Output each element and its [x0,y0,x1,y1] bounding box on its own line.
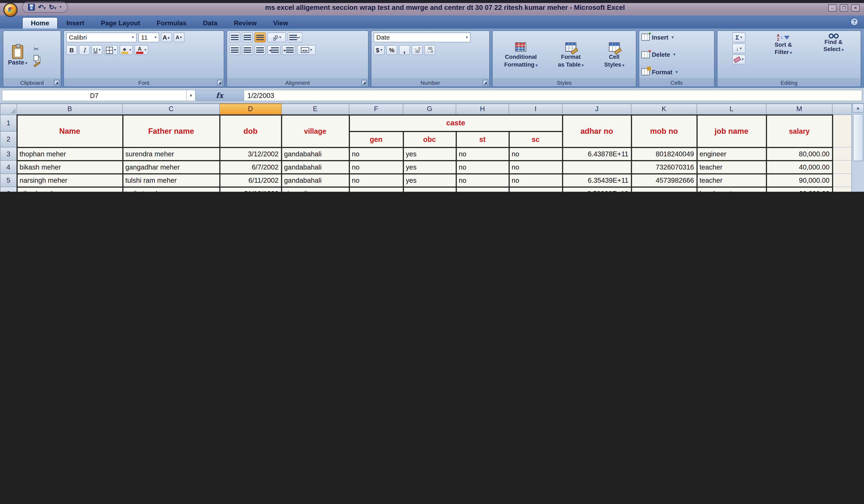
insert-function-button[interactable]: fx [216,91,223,99]
column-header-G[interactable]: G [403,104,456,115]
cell-M6[interactable]: 60,000.00 [766,187,832,192]
cell-B6[interactable]: nikash meher [17,187,122,192]
alignment-dialog-launcher[interactable]: ◢ [361,80,367,85]
header-cell-gen[interactable]: gen [349,131,403,147]
format-as-table-button[interactable]: Formatas Table▾ [554,41,587,68]
increase-decimal-button[interactable]: ←.0.00 [412,45,423,55]
empty-cell[interactable] [832,160,852,173]
decrease-decimal-button[interactable]: .00→.0 [424,45,435,55]
restore-button[interactable]: ❐ [840,4,848,11]
name-box[interactable]: D7 ▼ [2,89,196,101]
align-left-button[interactable] [229,45,240,55]
cell-J5[interactable]: 6.35439E+11 [562,173,631,187]
column-header-E[interactable]: E [281,104,349,115]
header-cell-village[interactable]: village [281,115,349,147]
column-header-F[interactable]: F [349,104,403,115]
align-right-button[interactable] [254,45,266,55]
header-cell-sc[interactable]: sc [509,131,562,147]
empty-cell[interactable] [832,187,852,192]
format-cells-button[interactable]: ▦ Format▾ [641,67,712,77]
cell-F5[interactable]: no [349,173,403,187]
select-all-corner[interactable] [0,104,17,115]
tab-home[interactable]: Home [22,17,58,28]
qat-customize-icon[interactable]: ▾ [60,5,61,9]
cell-M4[interactable]: 40,000.00 [766,160,832,173]
cell-I5[interactable]: no [509,173,562,187]
cut-icon[interactable]: ✂ [34,46,40,53]
cell-K6[interactable] [631,187,697,192]
delete-cells-button[interactable]: × Delete▾ [641,50,712,59]
paste-button[interactable]: Paste▾ [5,44,30,65]
underline-button[interactable]: U▾ [92,45,103,55]
cell-L4[interactable]: teacher [697,160,766,173]
italic-button[interactable]: I [79,45,90,55]
cell-M3[interactable]: 80,000.00 [766,147,832,160]
cell-I3[interactable]: no [509,147,562,160]
wrap-text-button[interactable]: ↵ [288,33,302,42]
tab-review[interactable]: Review [226,17,265,28]
insert-cells-button[interactable]: + Insert▾ [641,33,712,42]
cell-D5[interactable]: 6/11/2002 [219,173,281,187]
redo-icon[interactable]: ↻▾ [49,4,56,11]
header-cell-obc[interactable]: obc [403,131,456,147]
percent-style-button[interactable]: % [386,45,397,55]
cell-L6[interactable]: head master [697,187,766,192]
row-header-4[interactable]: 4 [0,160,17,173]
cell-F3[interactable]: no [349,147,403,160]
header-cell-father[interactable]: Father name [122,115,219,147]
tab-page-layout[interactable]: Page Layout [93,17,148,28]
cell-B4[interactable]: bikash meher [17,160,122,173]
sort-filter-button[interactable]: AZ↓ Sort &Filter▾ [772,33,794,56]
cell-K5[interactable]: 4573982666 [631,173,697,187]
undo-icon[interactable]: ↶▾ [38,4,46,11]
header-cell-salary[interactable]: salary [766,115,832,147]
bold-button[interactable]: B [66,45,77,55]
save-icon[interactable] [28,4,35,11]
empty-cell[interactable] [832,173,852,187]
cell-E3[interactable]: gandabahali [281,147,349,160]
header-cell-st[interactable]: st [456,131,509,147]
row-header-1[interactable]: 1 [0,115,17,131]
cell-J6[interactable]: 2.58988E+12 [562,187,631,192]
row-header-3[interactable]: 3 [0,147,17,160]
top-align-button[interactable] [229,33,240,42]
clear-button[interactable]: ▾ [732,54,745,64]
cell-E4[interactable]: gandabahali [281,160,349,173]
cell-H4[interactable]: no [456,160,509,173]
font-color-button[interactable]: A▾ [134,45,148,55]
middle-align-button[interactable] [242,33,253,42]
cell-C4[interactable]: gangadhar meher [122,160,219,173]
vertical-scrollbar[interactable]: ▲ ▼ [851,103,864,192]
column-header-H[interactable]: H [456,104,509,115]
cell-styles-button[interactable]: CellStyles▾ [601,41,627,68]
column-header-B[interactable]: B [17,104,122,115]
bottom-align-button[interactable] [254,33,266,42]
font-size-select[interactable]: 11▾ [138,33,159,42]
cell-H5[interactable]: no [456,173,509,187]
office-button[interactable] [3,3,17,17]
header-cell-adhar[interactable]: adhar no [562,115,631,147]
row-header-2[interactable]: 2 [0,131,17,147]
column-header-I[interactable]: I [509,104,562,115]
cell-E6[interactable]: sinapali [281,187,349,192]
accounting-format-button[interactable]: $▾ [374,45,385,55]
close-button[interactable]: ✕ [851,4,860,11]
cell-D4[interactable]: 6/7/2002 [219,160,281,173]
tab-view[interactable]: View [265,17,297,28]
cell-G3[interactable]: yes [403,147,456,160]
header-cell-job[interactable]: job name [697,115,766,147]
column-header-K[interactable]: K [631,104,697,115]
header-cell-name[interactable]: Name [17,115,122,147]
cell-L3[interactable]: engineer [697,147,766,160]
column-header-M[interactable]: M [766,104,832,115]
tab-formulas[interactable]: Formulas [148,17,195,28]
header-cell-mob[interactable]: mob no [631,115,697,147]
grow-font-button[interactable]: A▲ [161,33,172,42]
merge-center-button[interactable]: ◂a▸▾ [297,45,316,55]
cell-I6[interactable]: no [509,187,562,192]
cell-C6[interactable]: terikat meher [122,187,219,192]
column-header-J[interactable]: J [562,104,631,115]
cell-C5[interactable]: tulshi ram meher [122,173,219,187]
orientation-button[interactable]: ab▾ [267,33,286,42]
column-header-D[interactable]: D [219,104,281,115]
